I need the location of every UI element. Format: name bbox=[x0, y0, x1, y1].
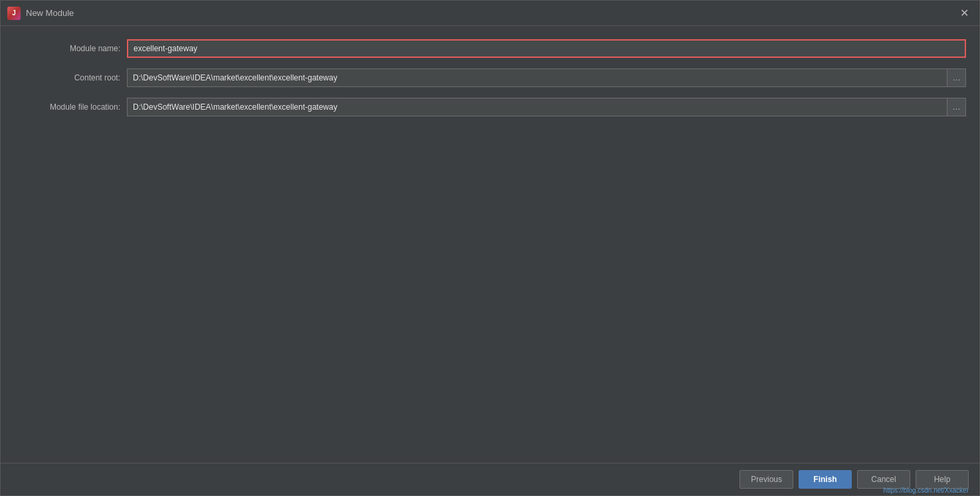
dialog-window: J New Module ✕ Module name: Content root… bbox=[0, 0, 980, 496]
app-icon: J bbox=[7, 7, 21, 20]
help-button[interactable]: Help bbox=[916, 470, 969, 489]
browse-icon-2: … bbox=[953, 102, 961, 112]
module-file-location-label: Module file location: bbox=[14, 102, 120, 112]
close-button[interactable]: ✕ bbox=[956, 7, 973, 20]
cancel-button[interactable]: Cancel bbox=[857, 470, 910, 489]
finish-button[interactable]: Finish bbox=[799, 470, 852, 489]
module-name-label: Module name: bbox=[14, 44, 120, 53]
title-bar: J New Module ✕ bbox=[1, 1, 979, 26]
module-file-location-browse-button[interactable]: … bbox=[947, 98, 966, 116]
dialog-footer: Previous Finish Cancel Help https://blog… bbox=[1, 463, 979, 495]
content-root-browse-button[interactable]: … bbox=[947, 68, 966, 87]
dialog-content: Module name: Content root: … Module file… bbox=[1, 26, 979, 463]
app-icon-letter: J bbox=[12, 9, 16, 17]
module-name-input-wrapper bbox=[127, 39, 966, 58]
content-root-input[interactable] bbox=[127, 68, 947, 87]
browse-icon: … bbox=[953, 73, 961, 82]
dialog-title: New Module bbox=[26, 8, 74, 18]
content-spacer bbox=[14, 127, 966, 463]
module-name-row: Module name: bbox=[14, 39, 966, 58]
footer-link: https://blog.csdn.net/Xxacker bbox=[884, 487, 969, 494]
module-name-input[interactable] bbox=[127, 39, 966, 58]
title-bar-left: J New Module bbox=[7, 7, 74, 20]
module-file-location-input-wrapper: … bbox=[127, 98, 966, 116]
module-file-location-row: Module file location: … bbox=[14, 98, 966, 116]
content-root-input-wrapper: … bbox=[127, 68, 966, 87]
module-file-location-input[interactable] bbox=[127, 98, 947, 116]
content-root-label: Content root: bbox=[14, 73, 120, 82]
content-root-row: Content root: … bbox=[14, 68, 966, 87]
previous-button[interactable]: Previous bbox=[739, 470, 793, 489]
